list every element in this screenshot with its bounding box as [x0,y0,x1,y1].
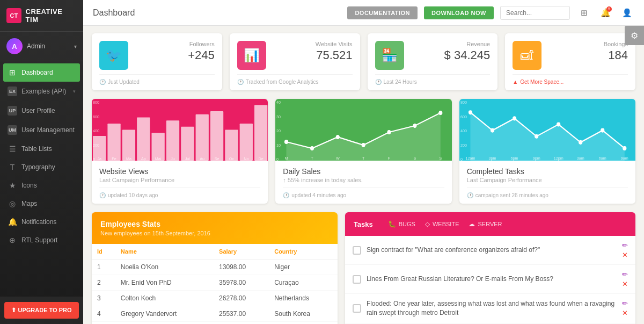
upgrade-button[interactable]: ⬆ UPGRADE TO PRO [4,302,79,319]
table-row: 2Mr. Enid Von PhD35978.00Curaçao [92,275,338,291]
svg-text:Ju: Ju [171,156,175,161]
nav-label: Maps [21,200,37,207]
line-chart: 8006004002000 12am3pm6pm9pm12pm3am6am9am [459,99,635,161]
stat-value: $ 34.245 [409,48,491,62]
svg-text:200: 200 [460,142,467,147]
svg-text:6pm: 6pm [510,155,518,160]
chart-visual: 8006004002000 12am3pm6pm9pm12pm3am6am9am [459,99,635,161]
search-input[interactable] [500,6,570,20]
nav-icon: ★ [8,181,17,190]
stat-top: 📊 Website Visits 75.521 [237,41,353,70]
nav-label: Icons [21,182,37,189]
sidebar-item-icons[interactable]: ★Icons [0,176,83,195]
close-icon[interactable]: ✕ [622,280,628,288]
svg-text:Fe: Fe [112,156,116,161]
user-name: Admin [27,42,70,50]
task-tab-server[interactable]: ☁SERVER [467,220,503,228]
clock-icon: 🕐 [467,192,473,198]
employees-subtitle: New employees on 15th September, 2016 [100,230,329,236]
table-row: 3Colton Koch26278.00Netherlands [92,291,338,306]
chart-footer: 🕐 updated 10 days ago [99,188,260,198]
chart-dot [535,134,538,138]
svg-rect-8 [137,118,150,161]
svg-text:800: 800 [460,100,467,105]
task-tab-website[interactable]: ◇WEBSITE [424,220,460,228]
sidebar-item-dashboard[interactable]: ⊞Dashboard [3,63,80,82]
documentation-button[interactable]: DOCUMENTATION [347,6,418,19]
warning-icon: ▲ [513,79,518,85]
close-icon[interactable]: ✕ [622,309,628,317]
svg-text:400: 400 [460,128,467,133]
svg-text:10: 10 [276,142,281,147]
chart-subtitle: Last Campaign Performance [467,177,628,183]
table-cell: 35978.00 [214,275,269,291]
edit-icon[interactable]: ✏ [622,299,628,307]
nav-initials: UP [8,106,17,116]
svg-text:Ma: Ma [126,156,132,161]
nav-label: User Profile [21,107,55,114]
chart-dot [513,117,516,120]
sidebar-item-rtl-support[interactable]: ⊕RTL Support [0,231,83,249]
chart-footer-text: updated 4 minutes ago [291,192,346,198]
nav-label: Notifications [21,218,56,226]
chart-dot [579,140,582,144]
sidebar-item-typography[interactable]: TTypography [0,158,83,176]
tasks-tabs: 🐛BUGS◇WEBSITE☁SERVER [387,220,503,228]
svg-text:De: De [259,156,264,161]
stat-label: Revenue [409,41,491,47]
table-row: 4Gregory Vandervort25537.00South Korea [92,306,338,322]
svg-text:400: 400 [93,128,99,133]
sidebar-item-maps[interactable]: ◎Maps [0,195,83,213]
notifications-icon[interactable]: 🔔 5 [598,5,613,20]
sidebar-item-notifications[interactable]: 🔔Notifications [0,213,83,231]
table-cell: Curaçao [269,275,338,291]
svg-text:0: 0 [276,157,279,161]
svg-text:9am: 9am [620,155,628,160]
edit-icon[interactable]: ✏ [622,270,628,278]
stat-footer-text: Just Updated [108,79,140,85]
nav-label: Examples (API) [21,88,66,95]
task-checkbox[interactable] [353,246,361,255]
logo-name: CREATIVE TIM [26,8,77,24]
stat-footer-text[interactable]: Get More Space... [520,79,564,85]
sidebar-item-examples[interactable]: EXExamples (API)▾ [0,82,83,101]
user-menu-icon[interactable]: 👤 [619,5,634,20]
logo-badge: CT [6,8,21,23]
close-icon[interactable]: ✕ [622,251,628,259]
stat-label: Followers [134,41,215,47]
stat-footer: ▲Get More Space... [513,74,628,85]
settings-fab[interactable]: ⚙ [625,26,644,45]
nav-initials: UM [8,125,17,135]
sidebar-user[interactable]: A Admin ▾ [0,32,83,61]
stats-row: 🐦 Followers +245 🕐Just Updated 📊 Website… [92,33,635,90]
stat-top: 🐦 Followers +245 [99,41,215,70]
edit-icon[interactable]: ✏ [622,241,628,249]
chart-title: Daily Sales [283,167,444,176]
chart-subtitle: ↑ 55% increase in today sales. [283,177,444,183]
table-cell: 25537.00 [214,306,269,322]
chart-dot [439,111,442,115]
download-button[interactable]: DOWNLOAD NOW [424,6,494,19]
table-cell: 1 [92,260,115,275]
list-item: Sign contract for "What are conference o… [345,236,635,265]
stat-footer-text: Last 24 Hours [384,79,417,85]
task-tab-bugs[interactable]: 🐛BUGS [387,220,416,228]
task-tab-label: BUGS [399,221,415,227]
website-icon: ◇ [425,220,430,228]
sidebar-item-user-management[interactable]: UMUser Management [0,120,83,140]
svg-text:Mai: Mai [155,156,162,161]
grid-icon[interactable]: ⊞ [576,5,591,20]
task-checkbox[interactable] [353,275,361,284]
page-title: Dashboard [93,8,341,18]
task-checkbox[interactable] [353,304,361,313]
task-text: Sign contract for "What are conference o… [367,246,617,255]
svg-rect-12 [196,114,209,161]
svg-text:No: No [244,156,248,161]
svg-text:600: 600 [460,114,467,119]
sidebar-item-table-lists[interactable]: ☰Table Lists [0,140,83,158]
employees-header: Employees Stats New employees on 15th Se… [92,212,338,244]
sidebar-item-user-profile[interactable]: UPUser Profile [0,101,83,120]
table-cell: Mr. Enid Von PhD [115,275,214,291]
topbar: Dashboard DOCUMENTATION DOWNLOAD NOW ⊞ 🔔… [83,0,644,26]
svg-text:12pm: 12pm [553,155,563,160]
